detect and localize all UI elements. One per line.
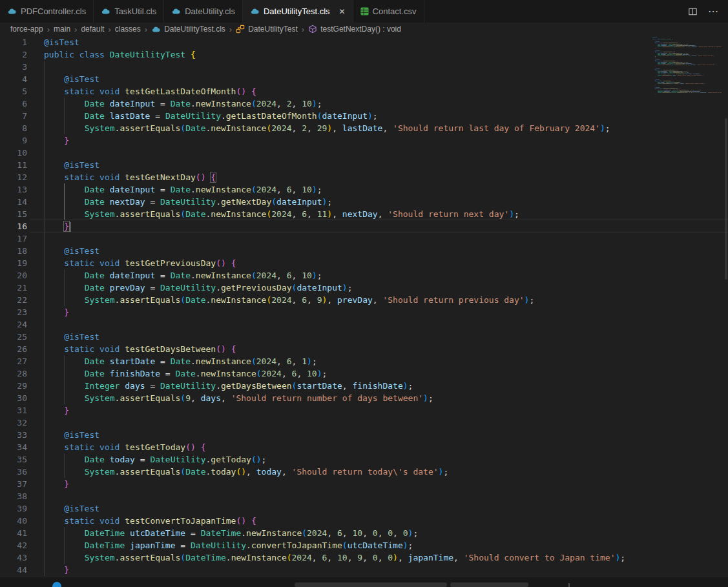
code-line[interactable]: 32 — [0, 417, 728, 429]
code-line[interactable]: 13 Date dateInput = Date.newInstance(202… — [0, 183, 728, 196]
breadcrumb-item[interactable]: testGetNextDay() : void — [308, 25, 401, 34]
indent-guide — [44, 257, 45, 269]
code-line[interactable]: 30 System.assertEquals(9, days, 'Should … — [0, 392, 728, 404]
code-line[interactable]: 19 static void testGetPreviousDay() { — [0, 257, 728, 269]
code-line[interactable]: 14 Date nextDay = DateUtility.getNextDay… — [0, 196, 728, 208]
code-text: } — [27, 221, 70, 231]
indent-guide — [64, 367, 65, 380]
more-actions-icon[interactable]: ⋯ — [708, 5, 719, 17]
code-line[interactable]: 1@isTest — [0, 36, 728, 48]
code-line[interactable]: 17 — [0, 232, 728, 245]
indent-guide — [44, 502, 45, 515]
line-number: 5 — [0, 85, 27, 98]
vertical-scrollbar[interactable] — [725, 118, 727, 280]
minimap[interactable]: @isTestpublic class DateUtilityTest { @i… — [652, 37, 722, 179]
indent-guide — [44, 98, 45, 110]
code-line[interactable]: 43 System.assertEquals(DateTime.newInsta… — [0, 551, 728, 564]
code-line[interactable]: 5 static void testGetLastDateOfMonth() { — [0, 85, 728, 98]
code-line[interactable]: 35 Date today = DateUtility.getToday(); — [0, 453, 728, 466]
line-number: 24 — [0, 318, 27, 331]
code-line[interactable]: 9 } — [0, 134, 728, 147]
code-line[interactable]: 31 } — [0, 404, 728, 417]
code-line[interactable]: 20 Date dateInput = Date.newInstance(202… — [0, 269, 728, 282]
breadcrumb-item[interactable]: default — [81, 25, 104, 34]
code-line[interactable]: 27 Date startDate = Date.newInstance(202… — [0, 355, 728, 367]
code-line[interactable]: 15 System.assertEquals(Date.newInstance(… — [0, 208, 728, 220]
code-line[interactable]: 18 @isTest — [0, 245, 728, 257]
code-line[interactable]: 12 static void testGetNextDay() { — [0, 171, 728, 183]
horizontal-scrollbar-2[interactable] — [450, 582, 528, 587]
code-line[interactable]: 16 } — [0, 220, 728, 232]
code-line[interactable]: 41 DateTime utcDateTime = DateTime.newIn… — [0, 527, 728, 539]
tab-dateutilitytest-cls[interactable]: DateUtilityTest.cls✕ — [243, 0, 353, 23]
indent-guide — [44, 380, 45, 392]
line-number: 23 — [0, 306, 27, 318]
code-line[interactable]: 37 } — [0, 478, 728, 490]
code-text: @isTest — [27, 160, 99, 170]
indent-guide — [64, 527, 65, 539]
code-text: DateTime japanTime = DateUtility.convert… — [27, 541, 413, 550]
code-line[interactable]: 28 Date finishDate = Date.newInstance(20… — [0, 367, 728, 380]
line-number: 39 — [0, 502, 27, 515]
line-number: 9 — [0, 134, 27, 147]
code-line[interactable]: 23 } — [0, 306, 728, 318]
tab-dateutility-cls[interactable]: DateUtility.cls — [164, 0, 243, 23]
indent-guide — [44, 232, 45, 245]
tab-contact-csv[interactable]: Contact.csv — [353, 0, 424, 23]
blue-status-icon[interactable] — [52, 582, 61, 587]
breadcrumb-chevron-icon: › — [74, 25, 77, 34]
indent-guide — [44, 404, 45, 417]
line-number: 15 — [0, 208, 27, 220]
indent-guide — [44, 306, 45, 318]
code-line[interactable]: 8 System.assertEquals(Date.newInstance(2… — [0, 122, 728, 134]
code-line[interactable]: 22 System.assertEquals(Date.newInstance(… — [0, 294, 728, 306]
breadcrumb-item[interactable]: classes — [115, 25, 141, 34]
line-number: 25 — [0, 331, 27, 343]
code-line[interactable]: 4 @isTest — [0, 73, 728, 85]
code-line[interactable]: 24 — [0, 318, 728, 331]
code-line[interactable]: 11 @isTest — [0, 159, 728, 171]
code-line[interactable]: 33 @isTest — [0, 429, 728, 441]
breadcrumb-item[interactable]: main — [54, 25, 70, 34]
tab-taskutil-cls[interactable]: TaskUtil.cls — [94, 0, 164, 23]
code-line[interactable]: 10 — [0, 147, 728, 159]
code-line[interactable]: 38 — [0, 490, 728, 502]
code-line[interactable]: 40 static void testConvertToJapanTime() … — [0, 515, 728, 527]
code-line[interactable]: 42 DateTime japanTime = DateUtility.conv… — [0, 539, 728, 551]
line-number: 20 — [0, 269, 27, 282]
breadcrumb-item[interactable]: DateUtilityTest.cls — [151, 25, 225, 34]
apex-class-icon — [7, 6, 17, 16]
code-line[interactable]: 26 static void testGetDaysBetween() { — [0, 343, 728, 355]
split-editor-icon[interactable] — [688, 7, 698, 16]
code-line[interactable]: 6 Date dateInput = Date.newInstance(2024… — [0, 98, 728, 110]
line-number: 21 — [0, 282, 27, 294]
indent-guide — [44, 343, 45, 355]
code-line[interactable]: 2public class DateUtilityTest { — [0, 48, 728, 61]
breadcrumb-label: testGetNextDay() : void — [320, 25, 401, 34]
breadcrumb-item[interactable]: DateUtilityTest — [236, 25, 298, 34]
breadcrumb-label: force-app — [10, 25, 43, 34]
close-icon[interactable]: ✕ — [339, 8, 346, 15]
indent-guide — [44, 515, 45, 527]
horizontal-scrollbar[interactable] — [295, 582, 447, 587]
code-line[interactable]: 44 } — [0, 564, 728, 576]
code-line[interactable]: 36 System.assertEquals(Date.today(), tod… — [0, 466, 728, 478]
code-line[interactable]: 3 — [0, 61, 728, 73]
indent-guide — [44, 110, 45, 122]
code-line[interactable]: 21 Date prevDay = DateUtility.getPreviou… — [0, 282, 728, 294]
line-number: 7 — [0, 110, 27, 122]
code-line[interactable]: 39 @isTest — [0, 502, 728, 515]
code-line[interactable]: 29 Integer days = DateUtility.getDaysBet… — [0, 380, 728, 392]
code-line[interactable]: 25 @isTest — [0, 331, 728, 343]
code-editor[interactable]: 1@isTest2public class DateUtilityTest {3… — [0, 36, 728, 577]
apex-class-icon — [101, 6, 110, 16]
indent-guide — [64, 269, 65, 282]
code-text: static void testGetPreviousDay() { — [27, 258, 236, 268]
code-line[interactable]: 7 Date lastDate = DateUtility.getLastDat… — [0, 110, 728, 122]
code-text — [27, 418, 44, 427]
code-line[interactable]: 34 static void testGetToday() { — [0, 441, 728, 453]
tab-pdfcontroller-cls[interactable]: PDFController.cls — [0, 0, 94, 23]
breadcrumb-chevron-icon: › — [47, 25, 50, 34]
code-text: } — [27, 406, 69, 415]
breadcrumb-item[interactable]: force-app — [10, 25, 43, 34]
